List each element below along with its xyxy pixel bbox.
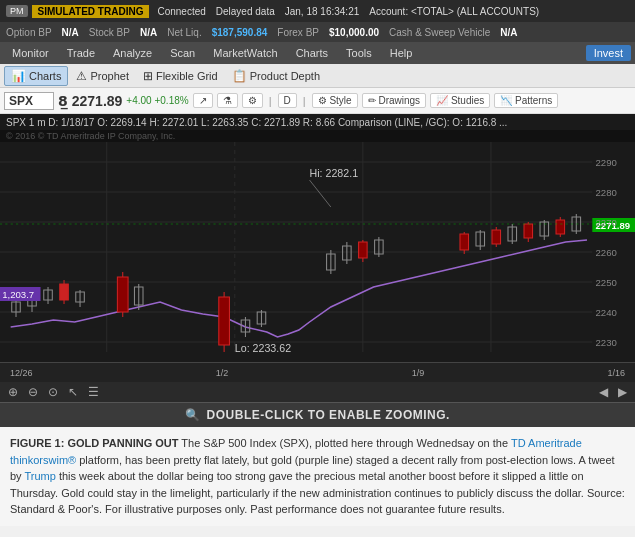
svg-rect-23 (117, 277, 128, 312)
style-button[interactable]: ⚙ Style (312, 93, 358, 108)
sim-trading-badge: SIMULATED TRADING (32, 5, 150, 18)
nav-monitor[interactable]: Monitor (4, 42, 57, 64)
svg-rect-44 (460, 234, 469, 250)
x-label-116: 1/16 (607, 368, 625, 378)
option-bp-value: N/A (62, 27, 79, 38)
flexible-grid-label: Flexible Grid (156, 70, 218, 82)
scroll-left-button[interactable]: ◀ (597, 385, 610, 399)
chart-svg: Hi: 2282.1 Lo: 2233.62 (0, 142, 635, 362)
figure-label: FIGURE 1: GOLD PANNING OUT (10, 437, 178, 449)
svg-text:2280: 2280 (596, 188, 617, 198)
chart-area: Hi: 2282.1 Lo: 2233.62 (0, 142, 635, 362)
depth-icon: 📋 (232, 69, 247, 83)
net-liq-label: Net Liq. (167, 27, 201, 38)
flexible-grid-tab[interactable]: ⊞ Flexible Grid (137, 66, 224, 86)
connection-status: Connected (157, 6, 205, 17)
svg-rect-56 (556, 220, 565, 234)
x-label-12: 1/2 (216, 368, 229, 378)
product-depth-tab[interactable]: 📋 Product Depth (226, 66, 326, 86)
share-button[interactable]: ↗ (193, 93, 213, 108)
svg-text:2260: 2260 (596, 248, 617, 258)
flask-button[interactable]: ⚗ (217, 93, 238, 108)
grid-icon: ⊞ (143, 69, 153, 83)
cash-sweep-label: Cash & Sweep Vehicle (389, 27, 490, 38)
toolbar: 📊 Charts ⚠ Prophet ⊞ Flexible Grid 📋 Pro… (0, 64, 635, 88)
chart-ohlc-info: SPX 1 m D: 1/18/17 O: 2269.14 H: 2272.01… (6, 117, 507, 128)
copyright-bar: © 2016 © TD Ameritrade IP Company, Inc. (0, 130, 635, 142)
zoom-in-button[interactable]: ⊕ (6, 385, 20, 399)
svg-rect-19 (60, 284, 69, 300)
svg-rect-48 (492, 230, 501, 244)
copyright-text: © 2016 © TD Ameritrade IP Company, Inc. (6, 131, 175, 141)
top-bar-status: Connected Delayed data Jan, 18 16:34:21 … (157, 6, 629, 17)
charts-tab[interactable]: 📊 Charts (4, 66, 68, 86)
svg-text:2250: 2250 (596, 278, 617, 288)
date-time: Jan, 18 16:34:21 (285, 6, 360, 17)
symbol-bar: 8̲ 2271.89 +4.00 +0.18% ↗ ⚗ ⚙ | D | ⚙ St… (0, 88, 635, 114)
dbl-click-text: DOUBLE-CLICK TO ENABLE ZOOMING. (207, 408, 450, 422)
prophet-tab[interactable]: ⚠ Prophet (70, 66, 135, 86)
data-status: Delayed data (216, 6, 275, 17)
price-change: +4.00 +0.18% (126, 95, 188, 106)
forex-bp-label: Forex BP (277, 27, 319, 38)
svg-text:2240: 2240 (596, 308, 617, 318)
nav-trade[interactable]: Trade (59, 42, 103, 64)
stock-bp-label: Stock BP (89, 27, 130, 38)
forex-bp-value: $10,000.00 (329, 27, 379, 38)
svg-text:Lo: 2233.62: Lo: 2233.62 (235, 343, 292, 354)
double-click-bar[interactable]: 🔍DOUBLE-CLICK TO ENABLE ZOOMING. (0, 402, 635, 427)
pan-button[interactable]: ☰ (86, 385, 101, 399)
account-bar: Option BP N/A Stock BP N/A Net Liq. $187… (0, 22, 635, 42)
pm-badge: PM (6, 5, 28, 17)
gear-button[interactable]: ⚙ (242, 93, 263, 108)
invest-button[interactable]: Invest (586, 45, 631, 61)
patterns-button[interactable]: 📉 Patterns (494, 93, 558, 108)
zoom-bar: ⊕ ⊖ ⊙ ↖ ☰ ◀ ▶ (0, 382, 635, 402)
svg-text:2230: 2230 (596, 338, 617, 348)
stock-bp-value: N/A (140, 27, 157, 38)
chart-icon: 📊 (11, 69, 26, 83)
d-button[interactable]: D (278, 93, 297, 108)
x-label-1226: 12/26 (10, 368, 33, 378)
nav-tools[interactable]: Tools (338, 42, 380, 64)
zoom-out-button[interactable]: ⊖ (26, 385, 40, 399)
net-liq-value: $187,590.84 (212, 27, 268, 38)
magnify-icon: 🔍 (185, 408, 201, 422)
cash-sweep-value: N/A (500, 27, 517, 38)
svg-rect-40 (359, 242, 368, 258)
charts-label: Charts (29, 70, 61, 82)
drawings-button[interactable]: ✏ Drawings (362, 93, 426, 108)
svg-text:2270: 2270 (596, 218, 617, 228)
nav-marketwatch[interactable]: MarketWatch (205, 42, 285, 64)
current-price: 8̲ (58, 93, 68, 109)
zoom-reset-button[interactable]: ⊙ (46, 385, 60, 399)
prophet-icon: ⚠ (76, 69, 87, 83)
caption-text-1: The S&P 500 Index (SPX), plotted here th… (178, 437, 510, 449)
nav-analyze[interactable]: Analyze (105, 42, 160, 64)
nav-help[interactable]: Help (382, 42, 421, 64)
price-display: 2271.89 (72, 93, 123, 109)
chart-info-bar: SPX 1 m D: 1/18/17 O: 2269.14 H: 2272.01… (0, 114, 635, 130)
nav-scan[interactable]: Scan (162, 42, 203, 64)
separator: | (267, 95, 274, 107)
prophet-label: Prophet (90, 70, 129, 82)
svg-rect-52 (524, 224, 533, 238)
x-label-19: 1/9 (412, 368, 425, 378)
scroll-right-button[interactable]: ▶ (616, 385, 629, 399)
x-axis: 12/26 1/2 1/9 1/16 (0, 362, 635, 382)
caption-area: FIGURE 1: GOLD PANNING OUT The S&P 500 I… (0, 427, 635, 526)
cursor-button[interactable]: ↖ (66, 385, 80, 399)
nav-charts[interactable]: Charts (288, 42, 336, 64)
account-info: Account: <TOTAL> (ALL ACCOUNTS) (369, 6, 539, 17)
trump-link[interactable]: Trump (24, 470, 55, 482)
svg-rect-27 (219, 297, 230, 345)
nav-bar: Monitor Trade Analyze Scan MarketWatch C… (0, 42, 635, 64)
studies-button[interactable]: 📈 Studies (430, 93, 490, 108)
svg-text:2290: 2290 (596, 158, 617, 168)
symbol-input[interactable] (4, 92, 54, 110)
caption-text-3: this week about the dollar being too str… (10, 470, 625, 515)
svg-text:1,203.7: 1,203.7 (2, 290, 34, 300)
separator2: | (301, 95, 308, 107)
svg-text:Hi: 2282.1: Hi: 2282.1 (309, 168, 358, 179)
option-bp-label: Option BP (6, 27, 52, 38)
